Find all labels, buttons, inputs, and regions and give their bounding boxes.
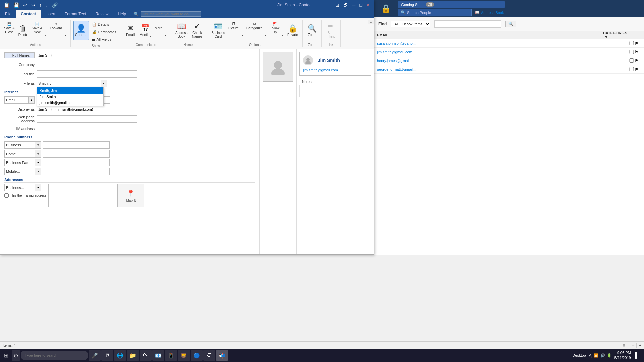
redo-qa-button[interactable]: ↪ bbox=[30, 2, 37, 8]
phone-input-1[interactable] bbox=[43, 150, 110, 158]
private-button[interactable]: 🔒 Private bbox=[286, 21, 300, 40]
card-email[interactable]: jim.smith@gmail.com bbox=[303, 68, 367, 72]
company-input[interactable] bbox=[37, 61, 137, 68]
phone-type-2-arrow[interactable]: ▼ bbox=[35, 159, 41, 166]
delete-button[interactable]: 🗑 Delete bbox=[16, 21, 30, 40]
search-taskbar-button[interactable]: ⊙ bbox=[12, 350, 20, 361]
normal-view-button[interactable]: ☰ bbox=[611, 343, 618, 348]
restore-button[interactable]: 🗗 bbox=[342, 2, 350, 8]
save-close-button[interactable]: 💾 Save &Close bbox=[3, 21, 16, 40]
chevron-up-icon[interactable]: ⋀ bbox=[589, 353, 592, 358]
phone-type-1-arrow[interactable]: ▼ bbox=[35, 150, 41, 157]
contact-checkbox-2[interactable] bbox=[629, 58, 635, 63]
show-desktop-button[interactable]: ▌ bbox=[634, 352, 640, 358]
address-type-select[interactable]: Business... ▼ bbox=[4, 184, 41, 191]
taskbar-search-input[interactable] bbox=[21, 351, 88, 360]
store-button[interactable]: 🛍 bbox=[140, 350, 152, 361]
outlook-taskbar-button[interactable]: 📬 bbox=[216, 350, 228, 361]
phone-type-3[interactable]: Mobile... ▼ bbox=[4, 168, 41, 175]
file-as-dropdown-arrow[interactable]: ▼ bbox=[101, 80, 107, 87]
contact-photo[interactable] bbox=[263, 52, 293, 82]
email-type-select[interactable]: Email... ▼ bbox=[4, 96, 35, 104]
edge-button[interactable]: 🌐 bbox=[114, 350, 126, 361]
dropdown-item-jim-smith[interactable]: Jim Smith bbox=[37, 94, 103, 100]
categorize-button[interactable]: 🏷 Categorize bbox=[245, 21, 263, 40]
address-book-link[interactable]: 📖 Address Book bbox=[474, 10, 505, 15]
phone-type-0[interactable]: Business... ▼ bbox=[4, 141, 41, 149]
maximize-button[interactable]: □ bbox=[358, 2, 364, 8]
more-button[interactable]: ⋯ More bbox=[154, 21, 163, 40]
find-dropdown[interactable]: All Outlook Items bbox=[391, 21, 430, 27]
dropdown-item-smith-jim[interactable]: Smith, Jim bbox=[37, 87, 103, 94]
ribbon-collapse-button[interactable]: ▲ bbox=[368, 20, 374, 24]
mailing-address-check[interactable]: This the mailing address bbox=[4, 193, 46, 198]
find-search-input[interactable] bbox=[434, 20, 501, 28]
business-card-button[interactable]: 🪪 BusinessCard bbox=[210, 21, 227, 40]
help-qa-button[interactable]: ⊡ bbox=[334, 2, 341, 8]
more-dropdown-button[interactable]: ▼ bbox=[163, 21, 168, 40]
general-button[interactable]: 👤 General bbox=[73, 21, 89, 40]
find-search-button[interactable]: 🔍 bbox=[505, 21, 516, 27]
address-type-arrow[interactable]: ▼ bbox=[35, 184, 41, 191]
phone-type-1[interactable]: Home... ▼ bbox=[4, 150, 41, 158]
save-new-button[interactable]: 📄 Save &New bbox=[31, 21, 43, 40]
cortana-mic-button[interactable]: 🎤 bbox=[89, 350, 101, 361]
details-button[interactable]: 📋 Details bbox=[90, 21, 118, 28]
meeting-button[interactable]: 📅 Meeting bbox=[138, 21, 153, 40]
start-button[interactable]: ⊞ bbox=[1, 351, 11, 360]
full-name-button[interactable]: Full Name... bbox=[4, 52, 35, 58]
contact-checkbox-0[interactable] bbox=[629, 41, 635, 45]
categorize-dropdown-button[interactable]: ▼ bbox=[263, 21, 268, 40]
start-inking-button[interactable]: ✏ StartInking bbox=[324, 21, 338, 40]
im-input[interactable] bbox=[37, 125, 137, 132]
save-new-dropdown-button[interactable]: ▼ bbox=[44, 21, 48, 40]
volume-icon[interactable]: 🔊 bbox=[600, 353, 605, 358]
contact-list-item-0[interactable]: susan.johnson@yaho... ⚑ bbox=[374, 39, 644, 48]
notes-textarea[interactable] bbox=[299, 85, 371, 97]
job-title-input[interactable] bbox=[37, 70, 137, 78]
phone-type-3-arrow[interactable]: ▼ bbox=[35, 168, 41, 175]
display-as-input[interactable] bbox=[37, 106, 137, 113]
map-it-button[interactable]: 📍 Map It bbox=[117, 184, 144, 207]
all-fields-button[interactable]: ☰ All Fields bbox=[90, 36, 118, 43]
mailing-checkbox[interactable] bbox=[4, 193, 9, 198]
undo-qa-button[interactable]: ↩ bbox=[22, 2, 29, 8]
chrome-button[interactable]: 🔵 bbox=[191, 350, 203, 361]
address-book-button[interactable]: 📖 AddressBook bbox=[174, 21, 190, 40]
tab-insert[interactable]: Insert bbox=[41, 10, 60, 18]
follow-up-dropdown-button[interactable]: ▼ bbox=[280, 21, 285, 40]
phone-button[interactable]: 📱 bbox=[165, 350, 177, 361]
picture-dropdown-button[interactable]: ▼ bbox=[240, 21, 245, 40]
phone-type-0-arrow[interactable]: ▼ bbox=[35, 142, 41, 148]
phone-input-0[interactable] bbox=[43, 141, 110, 149]
tab-review[interactable]: Review bbox=[91, 10, 113, 18]
dropdown-item-email[interactable]: jim.smith@gmail.com bbox=[37, 100, 103, 106]
close-button[interactable]: ✕ bbox=[365, 2, 372, 8]
file-as-select[interactable]: Smith, Jim ▼ bbox=[37, 80, 107, 87]
task-view-button[interactable]: ⧉ bbox=[101, 350, 113, 361]
contact-list-item-2[interactable]: henry.james@gmail.c... ⚑ bbox=[374, 56, 644, 65]
address-textarea[interactable] bbox=[48, 184, 115, 207]
explorer-button[interactable]: 📁 bbox=[127, 350, 139, 361]
brave-button[interactable]: 🦁 bbox=[178, 350, 190, 361]
security-button[interactable]: 🛡 bbox=[203, 350, 215, 361]
email-type-arrow[interactable]: ▼ bbox=[28, 97, 34, 103]
zoom-button[interactable]: 🔍 Zoom bbox=[305, 21, 319, 40]
forward-button[interactable]: ➡ Forward bbox=[49, 21, 63, 40]
move-down-qa-button[interactable]: ↓ bbox=[44, 2, 49, 8]
save-close-qa-button[interactable]: 💾 bbox=[12, 2, 20, 8]
contact-list-item-1[interactable]: jim.smith@gmail.com ⚑ bbox=[374, 48, 644, 56]
outlook-pin-button[interactable]: 📧 bbox=[152, 350, 164, 361]
minimize-button[interactable]: ─ bbox=[351, 2, 357, 8]
link-qa-button[interactable]: 🔗 bbox=[51, 2, 59, 8]
full-name-input[interactable] bbox=[37, 52, 137, 59]
email-button[interactable]: ✉ Email bbox=[124, 21, 137, 40]
follow-up-button[interactable]: 🚩 FollowUp bbox=[269, 21, 280, 40]
web-page-input[interactable] bbox=[37, 115, 137, 123]
tab-format-text[interactable]: Format Text bbox=[60, 10, 91, 18]
tell-me-input[interactable] bbox=[141, 11, 201, 17]
coming-soon-toggle[interactable]: Off bbox=[426, 2, 434, 7]
phone-type-2[interactable]: Business Fax... ▼ bbox=[4, 159, 41, 166]
contact-checkbox-1[interactable] bbox=[629, 50, 635, 54]
grid-view-button[interactable]: ⊞ bbox=[621, 343, 627, 348]
